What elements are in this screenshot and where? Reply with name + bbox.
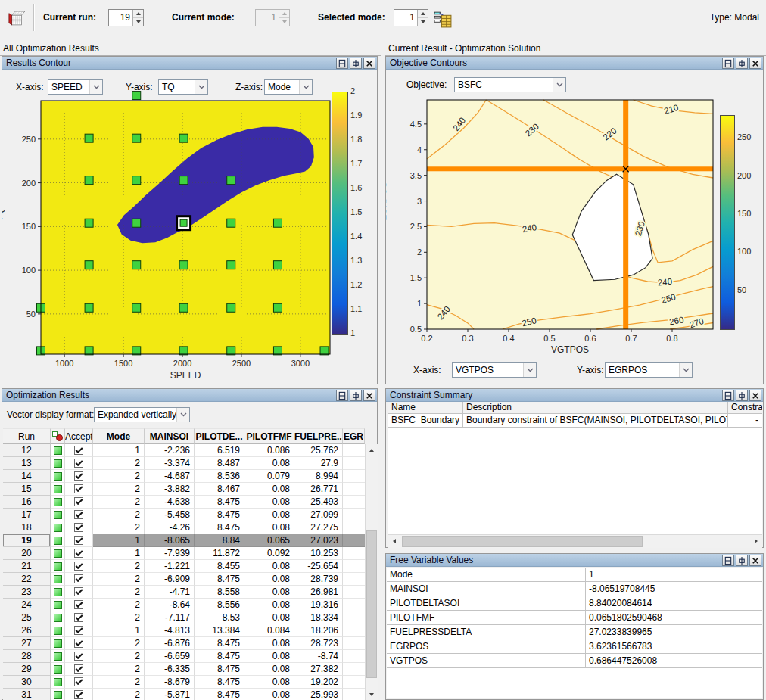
result-row-22[interactable]: 222-6.9098.4750.0828.739 [3, 573, 365, 586]
value-cell[interactable]: 19.202 [294, 676, 343, 689]
value-cell[interactable]: 0.08 [244, 611, 294, 624]
accept-cell[interactable] [65, 560, 93, 573]
column-header-acceptable[interactable] [51, 428, 65, 444]
accept-cell[interactable] [65, 521, 93, 534]
accept-checkbox[interactable] [74, 574, 83, 583]
run-cell[interactable]: 18 [3, 521, 51, 534]
close-button[interactable] [363, 390, 375, 401]
value-cell[interactable]: 11.872 [195, 547, 244, 560]
column-header-EGR[interactable]: EGR [343, 428, 365, 444]
value-cell[interactable]: 1 [93, 624, 145, 637]
value-cell[interactable]: 2 [93, 586, 145, 599]
value-cell[interactable]: 26.771 [294, 483, 343, 496]
value-cell[interactable] [343, 521, 365, 534]
column-header-PILOTFMF[interactable]: PILOTFMF [244, 428, 294, 444]
results-contour-plot[interactable]: 1000150020002500300050100150200250SPEEDT… [2, 70, 378, 385]
value-cell[interactable]: -7.117 [145, 611, 195, 624]
run-cell[interactable]: 14 [3, 470, 51, 483]
dock-button[interactable] [336, 390, 348, 401]
value-cell[interactable]: 0.08 [244, 509, 294, 521]
value-cell[interactable]: -7.939 [145, 547, 195, 560]
value-cell[interactable]: 8.84 [195, 534, 244, 547]
result-row-13[interactable]: 132-3.3748.4870.0827.9 [3, 457, 365, 470]
free-variable-row[interactable]: PILOTFMF0.0651802590468 [387, 611, 762, 625]
result-row-15[interactable]: 152-3.8828.4670.0826.771 [3, 483, 365, 496]
value-cell[interactable]: 2 [93, 496, 145, 509]
dock-button[interactable] [336, 58, 348, 69]
value-cell[interactable] [343, 483, 365, 496]
result-row-28[interactable]: 282-6.6598.4750.08-8.74 [3, 650, 365, 663]
value-cell[interactable]: -6.909 [145, 573, 195, 586]
x-axis-select[interactable]: VGTPOS [452, 362, 537, 378]
spinner-up-button[interactable] [133, 10, 143, 18]
value-cell[interactable]: 0.084 [244, 624, 294, 637]
value-cell[interactable]: 8.475 [195, 689, 244, 700]
result-row-31[interactable]: 312-5.8718.4750.0825.993 [3, 689, 365, 700]
value-cell[interactable]: 25.762 [294, 444, 343, 457]
value-cell[interactable]: -4.26 [145, 521, 195, 534]
value-cell[interactable]: 0.08 [244, 496, 294, 509]
value-cell[interactable]: 2 [93, 509, 145, 521]
accept-checkbox[interactable] [74, 690, 83, 699]
value-cell[interactable]: 1 [93, 534, 145, 547]
value-cell[interactable] [343, 509, 365, 521]
accept-checkbox[interactable] [74, 587, 83, 596]
value-cell[interactable]: 1 [93, 444, 145, 457]
value-cell[interactable]: 0.08 [244, 573, 294, 586]
value-cell[interactable] [343, 547, 365, 560]
value-cell[interactable]: 0.08 [244, 663, 294, 676]
current-run-spinner[interactable]: 19 [108, 9, 144, 26]
run-cell[interactable]: 12 [3, 444, 51, 457]
value-cell[interactable]: 0.08 [244, 637, 294, 650]
value-cell[interactable]: -4.813 [145, 624, 195, 637]
value-cell[interactable] [343, 496, 365, 509]
column-header-Constrai[interactable]: Constrai [728, 402, 762, 414]
scrollbar-thumb[interactable] [366, 530, 377, 678]
constraint-horizontal-scrollbar[interactable] [388, 534, 762, 548]
value-cell[interactable]: 8.475 [195, 573, 244, 586]
optimization-results-titlebar[interactable]: Optimization Results [2, 389, 377, 402]
accept-cell[interactable] [65, 637, 93, 650]
run-cell[interactable]: 31 [3, 689, 51, 700]
value-cell[interactable]: 0.092 [244, 547, 294, 560]
undock-button[interactable] [736, 390, 748, 401]
accept-cell[interactable] [65, 624, 93, 637]
value-cell[interactable]: -6.659 [145, 650, 195, 663]
free-variable-row[interactable]: MAINSOI-8.06519708445 [387, 582, 762, 596]
result-row-17[interactable]: 172-5.4588.4750.0827.099 [3, 509, 365, 521]
value-cell[interactable]: -5.458 [145, 509, 195, 521]
value-cell[interactable] [343, 457, 365, 470]
value-cell[interactable] [343, 470, 365, 483]
value-cell[interactable]: 2 [93, 457, 145, 470]
value-cell[interactable]: -3.374 [145, 457, 195, 470]
accept-checkbox[interactable] [74, 497, 83, 506]
value-cell[interactable]: 8.475 [195, 650, 244, 663]
value-cell[interactable]: 0.08 [244, 521, 294, 534]
accept-checkbox[interactable] [74, 639, 83, 648]
spinner-down-button[interactable] [418, 18, 428, 26]
run-cell[interactable]: 20 [3, 547, 51, 560]
value-cell[interactable] [343, 534, 365, 547]
result-row-19[interactable]: 191-8.0658.840.06527.023 [3, 534, 365, 547]
value-cell[interactable] [343, 650, 365, 663]
column-header-Description[interactable]: Description [463, 402, 728, 414]
table-vertical-scrollbar[interactable] [365, 444, 378, 700]
value-cell[interactable]: 8.536 [195, 470, 244, 483]
run-cell[interactable]: 29 [3, 663, 51, 676]
accept-checkbox[interactable] [74, 523, 83, 532]
accept-cell[interactable] [65, 650, 93, 663]
accept-checkbox[interactable] [74, 664, 83, 674]
accept-cell[interactable] [65, 599, 93, 611]
accept-checkbox[interactable] [74, 652, 83, 661]
value-cell[interactable]: 19.316 [294, 599, 343, 611]
value-cell[interactable] [343, 676, 365, 689]
value-cell[interactable]: 18.334 [294, 611, 343, 624]
accept-checkbox[interactable] [74, 446, 83, 455]
value-cell[interactable] [343, 599, 365, 611]
value-cell[interactable]: 2 [93, 599, 145, 611]
value-cell[interactable]: -4.638 [145, 496, 195, 509]
accept-cell[interactable] [65, 689, 93, 700]
accept-cell[interactable] [65, 444, 93, 457]
scrollbar-thumb[interactable] [402, 536, 643, 547]
run-cell[interactable]: 13 [3, 457, 51, 470]
